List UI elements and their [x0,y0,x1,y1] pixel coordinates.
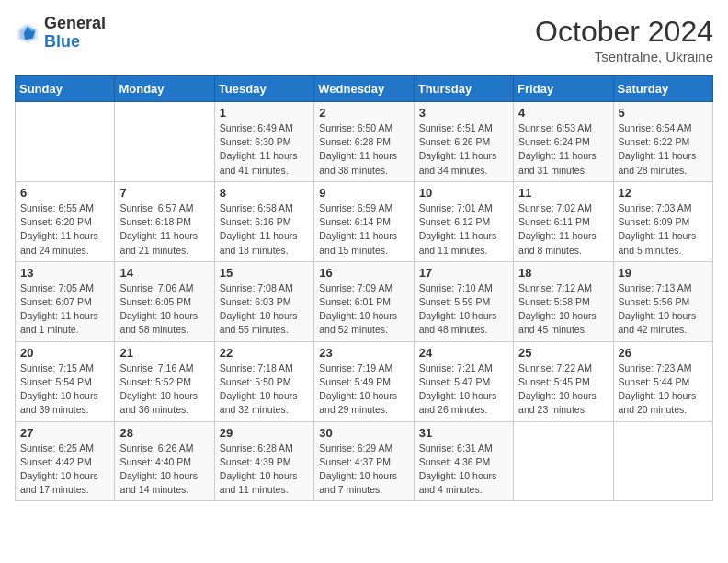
calendar-cell: 16Sunrise: 7:09 AMSunset: 6:01 PMDayligh… [314,261,414,341]
calendar-cell: 7Sunrise: 6:57 AMSunset: 6:18 PMDaylight… [115,181,214,261]
cell-info: Sunrise: 6:53 AMSunset: 6:24 PMDaylight:… [518,121,608,178]
cell-info: Sunrise: 6:25 AMSunset: 4:42 PMDaylight:… [20,442,109,498]
logo: General Blue [15,15,106,52]
logo-general: General [44,15,106,33]
cell-info: Sunrise: 7:03 AMSunset: 6:09 PMDaylight:… [619,201,708,258]
cell-day-number: 27 [20,426,109,440]
calendar-cell: 19Sunrise: 7:13 AMSunset: 5:56 PMDayligh… [613,261,712,341]
calendar-cell: 21Sunrise: 7:16 AMSunset: 5:52 PMDayligh… [115,341,214,421]
cell-info: Sunrise: 7:09 AMSunset: 6:01 PMDaylight:… [319,282,408,338]
calendar-cell: 1Sunrise: 6:49 AMSunset: 6:30 PMDaylight… [214,102,313,182]
weekday-header-wednesday: Wednesday [314,76,414,102]
cell-day-number: 2 [319,106,408,120]
location-subtitle: Tsentralne, Ukraine [535,49,713,64]
calendar-cell [613,421,712,501]
cell-day-number: 30 [319,426,408,440]
calendar-week-2: 6Sunrise: 6:55 AMSunset: 6:20 PMDaylight… [16,181,713,261]
calendar-cell: 14Sunrise: 7:06 AMSunset: 6:05 PMDayligh… [115,261,214,341]
cell-day-number: 26 [619,346,708,360]
cell-info: Sunrise: 7:10 AMSunset: 5:59 PMDaylight:… [419,282,508,338]
cell-day-number: 31 [419,426,508,440]
cell-day-number: 13 [20,266,109,280]
cell-info: Sunrise: 6:54 AMSunset: 6:22 PMDaylight:… [619,121,708,178]
calendar-cell: 6Sunrise: 6:55 AMSunset: 6:20 PMDaylight… [16,181,115,261]
cell-day-number: 21 [119,346,209,360]
cell-info: Sunrise: 6:31 AMSunset: 4:36 PMDaylight:… [419,442,508,498]
calendar-cell: 15Sunrise: 7:08 AMSunset: 6:03 PMDayligh… [214,261,313,341]
calendar-cell [16,102,115,182]
title-area: October 2024 Tsentralne, Ukraine [535,15,713,64]
weekday-header-saturday: Saturday [613,76,712,102]
calendar-cell: 22Sunrise: 7:18 AMSunset: 5:50 PMDayligh… [214,341,313,421]
cell-info: Sunrise: 6:57 AMSunset: 6:18 PMDaylight:… [119,201,209,258]
cell-info: Sunrise: 7:01 AMSunset: 6:12 PMDaylight:… [419,201,508,258]
cell-day-number: 5 [619,106,708,120]
calendar-cell [115,102,214,182]
cell-day-number: 17 [419,266,508,280]
cell-day-number: 23 [319,346,408,360]
cell-day-number: 10 [419,186,508,200]
cell-day-number: 19 [619,266,708,280]
calendar-cell: 23Sunrise: 7:19 AMSunset: 5:49 PMDayligh… [314,341,414,421]
cell-day-number: 4 [518,106,608,120]
cell-day-number: 9 [319,186,408,200]
logo-text: General Blue [44,15,106,52]
page-header: General Blue October 2024 Tsentralne, Uk… [15,15,713,64]
logo-blue: Blue [44,33,106,52]
calendar-table: SundayMondayTuesdayWednesdayThursdayFrid… [15,75,713,501]
cell-info: Sunrise: 7:02 AMSunset: 6:11 PMDaylight:… [518,201,608,258]
weekday-row: SundayMondayTuesdayWednesdayThursdayFrid… [16,76,713,102]
cell-day-number: 15 [220,266,309,280]
cell-info: Sunrise: 6:26 AMSunset: 4:40 PMDaylight:… [119,442,209,498]
calendar-cell: 27Sunrise: 6:25 AMSunset: 4:42 PMDayligh… [16,421,115,501]
cell-info: Sunrise: 6:59 AMSunset: 6:14 PMDaylight:… [319,201,408,258]
cell-day-number: 8 [220,186,309,200]
cell-day-number: 28 [119,426,209,440]
calendar-cell: 30Sunrise: 6:29 AMSunset: 4:37 PMDayligh… [314,421,414,501]
calendar-cell [514,421,613,501]
cell-day-number: 18 [518,266,608,280]
cell-day-number: 11 [518,186,608,200]
cell-info: Sunrise: 6:51 AMSunset: 6:26 PMDaylight:… [419,121,508,178]
cell-info: Sunrise: 6:49 AMSunset: 6:30 PMDaylight:… [220,121,309,178]
cell-info: Sunrise: 6:55 AMSunset: 6:20 PMDaylight:… [20,201,109,258]
calendar-cell: 24Sunrise: 7:21 AMSunset: 5:47 PMDayligh… [414,341,513,421]
cell-info: Sunrise: 7:06 AMSunset: 6:05 PMDaylight:… [119,282,209,338]
calendar-week-4: 20Sunrise: 7:15 AMSunset: 5:54 PMDayligh… [16,341,713,421]
calendar-cell: 4Sunrise: 6:53 AMSunset: 6:24 PMDaylight… [514,102,613,182]
calendar-cell: 17Sunrise: 7:10 AMSunset: 5:59 PMDayligh… [414,261,513,341]
cell-info: Sunrise: 6:28 AMSunset: 4:39 PMDaylight:… [220,442,309,498]
calendar-cell: 25Sunrise: 7:22 AMSunset: 5:45 PMDayligh… [514,341,613,421]
cell-info: Sunrise: 7:15 AMSunset: 5:54 PMDaylight:… [20,362,109,418]
calendar-cell: 18Sunrise: 7:12 AMSunset: 5:58 PMDayligh… [514,261,613,341]
cell-info: Sunrise: 7:19 AMSunset: 5:49 PMDaylight:… [319,362,408,418]
calendar-body: 1Sunrise: 6:49 AMSunset: 6:30 PMDaylight… [16,102,713,501]
calendar-cell: 2Sunrise: 6:50 AMSunset: 6:28 PMDaylight… [314,102,414,182]
calendar-cell: 10Sunrise: 7:01 AMSunset: 6:12 PMDayligh… [414,181,513,261]
cell-day-number: 16 [319,266,408,280]
weekday-header-thursday: Thursday [414,76,513,102]
calendar-cell: 8Sunrise: 6:58 AMSunset: 6:16 PMDaylight… [214,181,313,261]
cell-info: Sunrise: 6:29 AMSunset: 4:37 PMDaylight:… [319,442,408,498]
cell-day-number: 25 [518,346,608,360]
cell-info: Sunrise: 7:22 AMSunset: 5:45 PMDaylight:… [518,362,608,418]
weekday-header-sunday: Sunday [16,76,115,102]
cell-info: Sunrise: 7:18 AMSunset: 5:50 PMDaylight:… [220,362,309,418]
cell-day-number: 22 [220,346,309,360]
cell-day-number: 12 [619,186,708,200]
calendar-cell: 5Sunrise: 6:54 AMSunset: 6:22 PMDaylight… [613,102,712,182]
calendar-header: SundayMondayTuesdayWednesdayThursdayFrid… [16,76,713,102]
cell-day-number: 24 [419,346,508,360]
weekday-header-tuesday: Tuesday [214,76,313,102]
cell-day-number: 3 [419,106,508,120]
cell-info: Sunrise: 7:21 AMSunset: 5:47 PMDaylight:… [419,362,508,418]
calendar-cell: 20Sunrise: 7:15 AMSunset: 5:54 PMDayligh… [16,341,115,421]
weekday-header-friday: Friday [514,76,613,102]
cell-day-number: 14 [119,266,209,280]
cell-info: Sunrise: 6:50 AMSunset: 6:28 PMDaylight:… [319,121,408,178]
cell-day-number: 6 [20,186,109,200]
calendar-cell: 13Sunrise: 7:05 AMSunset: 6:07 PMDayligh… [16,261,115,341]
calendar-week-5: 27Sunrise: 6:25 AMSunset: 4:42 PMDayligh… [16,421,713,501]
cell-day-number: 29 [220,426,309,440]
cell-info: Sunrise: 7:13 AMSunset: 5:56 PMDaylight:… [619,282,708,338]
